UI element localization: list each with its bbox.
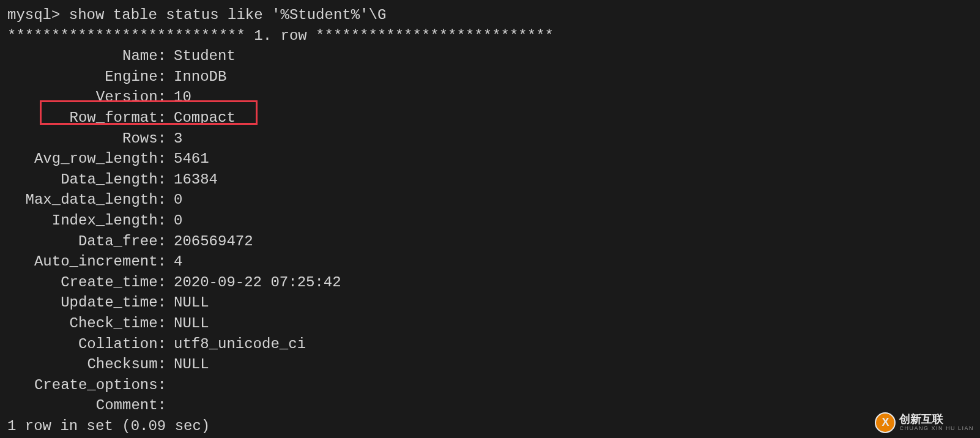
watermark-icon: X: [875, 412, 896, 433]
field-label: Version:: [7, 87, 166, 108]
field-label: Rows:: [7, 128, 166, 149]
field-row: Rows:3: [7, 128, 973, 149]
field-value: 0: [166, 190, 182, 210]
field-label: Checksum:: [7, 354, 166, 375]
field-value: 10: [166, 87, 191, 108]
field-value: 16384: [166, 169, 218, 190]
field-value: 0: [166, 210, 182, 231]
field-label: Avg_row_length:: [7, 149, 166, 169]
field-value: InnoDB: [166, 67, 226, 87]
field-row: Row_format:Compact: [7, 108, 973, 128]
field-value: 3: [166, 128, 182, 149]
field-label: Auto_increment:: [7, 251, 166, 272]
field-row: Name:Student: [7, 46, 973, 67]
field-row: Data_length:16384: [7, 169, 973, 190]
field-value: 206569472: [166, 231, 253, 252]
field-label: Data_free:: [7, 231, 166, 252]
field-label: Max_data_length:: [7, 190, 166, 210]
field-row: Engine:InnoDB: [7, 67, 973, 87]
field-value: [166, 395, 174, 416]
field-value: utf8_unicode_ci: [166, 334, 306, 355]
field-label: Create_time:: [7, 272, 166, 293]
watermark-text: 创新互联 CHUANG XIN HU LIAN: [899, 414, 974, 432]
field-label: Update_time:: [7, 292, 166, 313]
field-value: 2020-09-22 07:25:42: [166, 272, 341, 293]
field-label: Data_length:: [7, 169, 166, 190]
field-row: Data_free:206569472: [7, 231, 973, 252]
field-row: Avg_row_length:5461: [7, 149, 973, 169]
field-row: Create_time:2020-09-22 07:25:42: [7, 272, 973, 293]
row-separator: *************************** 1. row *****…: [7, 26, 973, 46]
field-label: Index_length:: [7, 210, 166, 231]
field-value: NULL: [166, 354, 209, 375]
field-row: Index_length:0: [7, 210, 973, 231]
field-label: Comment:: [7, 395, 166, 416]
field-value: 4: [166, 251, 182, 272]
field-row: Update_time:NULL: [7, 292, 973, 313]
field-label: Name:: [7, 46, 166, 67]
watermark-main: 创新互联: [899, 414, 974, 426]
field-value: [166, 375, 174, 396]
field-row: Comment:: [7, 395, 973, 416]
terminal-output: mysql> show table status like '%Student%…: [7, 5, 973, 436]
result-footer: 1 row in set (0.09 sec): [7, 416, 973, 437]
fields-container: Name:StudentEngine:InnoDBVersion:10Row_f…: [7, 46, 973, 416]
field-row: Version:10: [7, 87, 973, 108]
field-value: Compact: [166, 108, 236, 128]
field-row: Check_time:NULL: [7, 313, 973, 334]
field-label: Row_format:: [7, 108, 166, 128]
field-label: Check_time:: [7, 313, 166, 334]
field-label: Engine:: [7, 67, 166, 87]
field-value: Student: [166, 46, 236, 67]
field-value: 5461: [166, 149, 209, 169]
field-row: Checksum:NULL: [7, 354, 973, 375]
field-row: Max_data_length:0: [7, 190, 973, 210]
field-label: Create_options:: [7, 375, 166, 396]
field-row: Collation:utf8_unicode_ci: [7, 334, 973, 355]
field-row: Create_options:: [7, 375, 973, 396]
sql-prompt-line: mysql> show table status like '%Student%…: [7, 5, 973, 26]
field-row: Auto_increment:4: [7, 251, 973, 272]
watermark-sub: CHUANG XIN HU LIAN: [899, 426, 974, 432]
field-label: Collation:: [7, 334, 166, 355]
field-value: NULL: [166, 313, 209, 334]
field-value: NULL: [166, 292, 209, 313]
watermark: X 创新互联 CHUANG XIN HU LIAN: [875, 412, 974, 433]
